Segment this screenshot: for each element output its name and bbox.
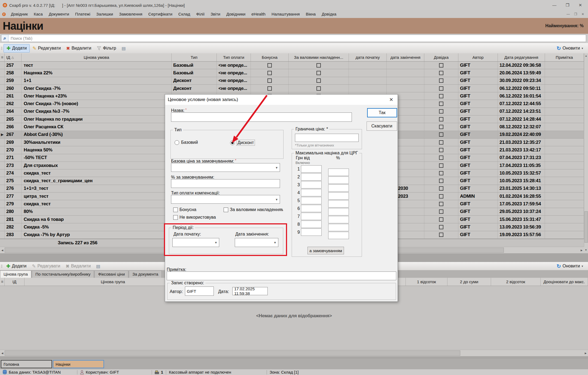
col-author[interactable]: Автор — [458, 53, 498, 61]
crg-grn-input[interactable] — [301, 213, 322, 220]
name-input[interactable] — [171, 112, 352, 122]
bottom-tab[interactable]: Цінова група — [0, 270, 31, 278]
gross-checkbox-icon[interactable] — [316, 63, 321, 68]
columns-button[interactable]: ▤ — [119, 45, 128, 52]
ok-button[interactable]: Так — [367, 108, 397, 117]
menu-item[interactable]: Залишки — [93, 12, 116, 16]
default-markup-button[interactable]: а замовчуванням — [307, 247, 344, 254]
group-col-max[interactable]: Дооцінювати до макс. — [541, 278, 588, 286]
col-type[interactable]: Тип — [172, 53, 217, 61]
dovidka-checkbox-icon[interactable] — [439, 94, 443, 98]
pay-compensation-select[interactable]: ▾ — [171, 195, 280, 204]
crg-grn-input[interactable] — [301, 189, 322, 196]
dovidka-checkbox-icon[interactable] — [439, 71, 443, 75]
task-tab-home[interactable]: Головна — [1, 360, 52, 368]
bottom-refresh-dropdown-icon[interactable]: ▾ — [581, 264, 583, 268]
bottom-scroll-left-icon[interactable]: ◀ — [0, 350, 5, 356]
table-row[interactable]: 260Олег Скидка -7%Дисконт<не опреде...GI… — [0, 85, 584, 92]
not-used-checkbox[interactable]: Не використовува — [173, 215, 218, 220]
menu-item[interactable]: Замовлення — [116, 12, 145, 16]
gross-checkbox-icon[interactable] — [316, 78, 321, 83]
maximize-button[interactable]: ❐ — [566, 3, 569, 8]
menu-item[interactable]: Каса — [31, 12, 46, 16]
dovidka-checkbox-icon[interactable] — [439, 148, 443, 152]
crg-grn-input[interactable] — [301, 173, 322, 181]
menu-item[interactable]: Платежі — [72, 12, 93, 16]
menu-item[interactable]: eHealth — [248, 12, 269, 16]
col-gross[interactable]: За валовими накладенн... — [289, 53, 349, 61]
group-col-percent1[interactable]: 1 відсоток — [406, 278, 447, 286]
dovidka-checkbox-icon[interactable] — [439, 140, 443, 145]
crg-grn-input[interactable] — [301, 221, 322, 228]
menu-item[interactable]: Довідка — [319, 12, 339, 16]
menu-item[interactable]: Філії — [193, 12, 208, 16]
vertical-scroll-thumb[interactable] — [584, 211, 588, 243]
dovidka-checkbox-icon[interactable] — [439, 202, 443, 206]
bonus-checkbox-icon[interactable] — [267, 78, 272, 83]
bottom-columns-button[interactable]: ▤ — [93, 263, 103, 270]
created-date-input[interactable]: 17.02.2025 11:59:38 — [232, 287, 268, 295]
scroll-up-icon[interactable]: ▲ — [584, 53, 588, 58]
table-row[interactable]: 258Наценка 22%Базовый<не опреде...GIFT20… — [0, 69, 584, 77]
crg-percent-input[interactable] — [328, 176, 349, 184]
menu-item[interactable]: Склад — [175, 12, 193, 16]
date-end-select[interactable]: ▾ — [235, 238, 278, 247]
base-price-select[interactable]: ▾ — [171, 163, 280, 172]
bottom-delete-button[interactable]: ✖ Видалити — [63, 263, 93, 270]
col-price-condition[interactable]: Цінова умова — [22, 53, 172, 61]
dialog-title-bar[interactable]: Ценовое условие (новая запись) ✕ — [165, 94, 398, 105]
menu-item[interactable]: Звіти — [208, 12, 223, 16]
col-pay-type[interactable]: Тип оплати — [217, 53, 251, 61]
dovidka-checkbox-icon[interactable] — [439, 233, 443, 237]
crg-percent-input[interactable] — [328, 184, 349, 192]
bottom-horizontal-scrollbar[interactable]: ◀ ▶ — [0, 350, 588, 356]
dovidka-checkbox-icon[interactable] — [439, 156, 443, 160]
crg-grn-input[interactable] — [301, 228, 322, 236]
gross-checkbox-icon[interactable] — [316, 86, 321, 91]
percent-default-input[interactable] — [171, 179, 280, 188]
crg-percent-input[interactable] — [328, 192, 349, 200]
group-col-percent2[interactable]: 2 відсоток — [491, 278, 541, 286]
col-dovidka[interactable]: Довідка — [424, 53, 458, 61]
table-row[interactable]: 257тестБазовый<не опреде...GIFT12.04.202… — [0, 62, 584, 69]
note-input[interactable] — [167, 272, 396, 280]
menu-item[interactable]: Вікна — [303, 12, 319, 16]
task-tab-nacinky[interactable]: Націнки — [53, 360, 104, 368]
dovidka-checkbox-icon[interactable] — [439, 171, 443, 175]
mdi-close-icon[interactable]: ✕ — [581, 12, 584, 16]
dovidka-checkbox-icon[interactable] — [439, 63, 443, 68]
dovidka-checkbox-icon[interactable] — [439, 78, 443, 83]
mdi-restore-icon[interactable]: ❐ — [574, 12, 577, 16]
dovidka-checkbox-icon[interactable] — [439, 217, 443, 222]
crg-percent-input[interactable] — [328, 200, 349, 208]
menu-item[interactable]: Сертифікати — [145, 12, 175, 16]
crg-percent-input[interactable] — [328, 169, 349, 176]
dovidka-checkbox-icon[interactable] — [439, 117, 443, 121]
crg-percent-input[interactable] — [328, 224, 349, 231]
gross-checkbox[interactable]: За валовими накладенням — [224, 207, 283, 212]
col-note[interactable]: Примітка — [545, 53, 584, 61]
crg-percent-input[interactable] — [328, 208, 349, 215]
menu-item[interactable]: Налаштування — [269, 12, 303, 16]
crg-grn-input[interactable] — [301, 181, 322, 188]
col-date-end[interactable]: дата закінчення — [387, 53, 424, 61]
scroll-right-icon[interactable]: ▶ — [579, 247, 584, 253]
filter-button[interactable]: Фільтр — [94, 45, 119, 52]
bottom-add-button[interactable]: ✚ Додати — [4, 262, 29, 270]
dovidka-checkbox-icon[interactable] — [439, 194, 443, 199]
bonus-checkbox-icon[interactable] — [267, 86, 272, 91]
bottom-refresh-button[interactable]: ↻ Оновити ▾ — [557, 263, 588, 269]
mdi-minimize-icon[interactable]: — — [566, 12, 570, 16]
header-options-icon[interactable]: ≣ — [0, 53, 5, 61]
refresh-dropdown-icon[interactable]: ▾ — [581, 47, 583, 50]
bottom-horizontal-scroll-thumb[interactable] — [5, 350, 460, 356]
col-edited[interactable]: Дата редагування — [498, 53, 545, 61]
table-row[interactable]: 2591+1Дисконт<не опреде...GIFT30.09.2022… — [0, 77, 584, 85]
minimize-button[interactable]: — — [552, 3, 556, 8]
bonus-checkbox[interactable]: Бонусна — [173, 207, 214, 212]
crg-percent-input[interactable] — [328, 216, 349, 223]
date-start-select[interactable]: ▾ — [172, 238, 219, 247]
dialog-close-icon[interactable]: ✕ — [389, 97, 398, 103]
dovidka-checkbox-icon[interactable] — [439, 186, 443, 191]
bottom-scroll-right-icon[interactable]: ▶ — [583, 350, 588, 356]
